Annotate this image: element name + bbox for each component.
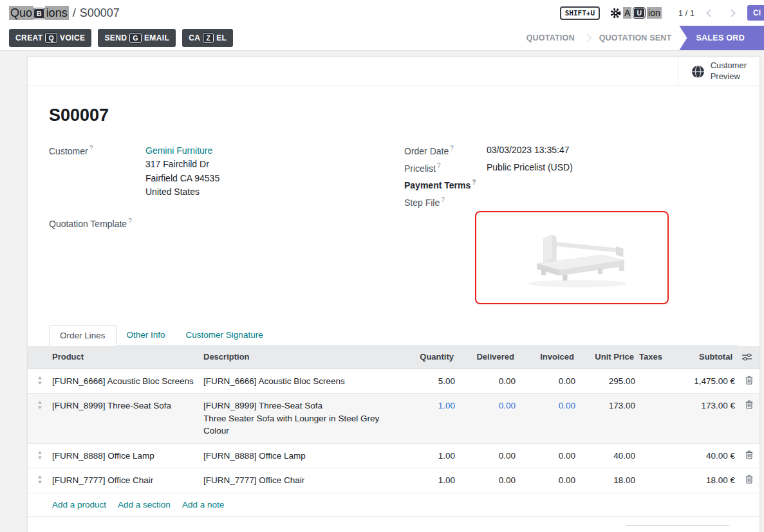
col-header-delivered[interactable]: Delivered	[459, 351, 519, 363]
payment-terms-field[interactable]: Payment Terms?	[404, 179, 738, 190]
col-header-subtotal[interactable]: Subtotal	[670, 351, 738, 363]
form-fields: Customer? Gemini Furniture 317 Fairchild…	[49, 145, 738, 304]
cell-taxes[interactable]	[639, 468, 670, 480]
add-product-link[interactable]: Add a product	[52, 500, 106, 509]
add-section-link[interactable]: Add a section	[118, 500, 171, 509]
order-date-value[interactable]: 03/03/2023 13:35:47	[487, 145, 569, 156]
cell-quantity[interactable]: 1.00	[400, 468, 459, 493]
cell-quantity[interactable]: 5.00	[400, 369, 459, 394]
top-right-controls: SHIFT+U A U ion 1 / 1 Cl	[560, 5, 754, 21]
cell-delivered[interactable]: 0.00	[459, 444, 519, 468]
col-header-product[interactable]: Product	[52, 351, 203, 363]
breadcrumb-quotations-link[interactable]: QuoBions	[9, 6, 69, 20]
cell-description[interactable]: [FURN_8888] Office Lamp	[203, 444, 400, 468]
customer-preview-button[interactable]: Customer Preview	[678, 57, 759, 86]
cell-invoiced[interactable]: 0.00	[519, 444, 579, 468]
page-title: S00007	[49, 105, 738, 125]
help-marker: ?	[437, 162, 441, 169]
breadcrumb-separator: /	[73, 6, 76, 20]
tab-order-lines[interactable]: Order Lines	[49, 325, 116, 346]
sheet-header-strip: Customer Preview	[28, 57, 759, 86]
cell-delivered[interactable]: 0.00	[459, 369, 519, 394]
table-row[interactable]: [FURN_8888] Office Lamp [FURN_8888] Offi…	[28, 444, 759, 469]
description-line2: Three Seater Sofa with Lounger in Steel …	[203, 414, 379, 436]
cell-unit-price[interactable]: 40.00	[579, 444, 639, 468]
cell-subtotal[interactable]: 1,475.00 €	[670, 369, 738, 394]
step-file-label: Step File?	[404, 196, 487, 208]
cell-delivered[interactable]: 0.00	[459, 468, 519, 493]
cell-product[interactable]: [FURN_8888] Office Lamp	[52, 444, 203, 468]
table-row[interactable]: [FURN_8999] Three-Seat Sofa [FURN_8999] …	[28, 394, 759, 444]
gear-icon	[610, 8, 621, 19]
statusbar-stage-quotation[interactable]: QUOTATION	[519, 26, 582, 50]
statusbar-stage-quotation-sent[interactable]: QUOTATION SENT	[592, 26, 680, 50]
statusbar-stage-sales-order-active[interactable]: SALES ORD	[679, 26, 764, 50]
cell-unit-price[interactable]: 173.00	[579, 394, 639, 418]
cell-subtotal[interactable]: 40.00 €	[670, 444, 738, 468]
cancel-button[interactable]: CAZEL	[182, 29, 233, 47]
cell-invoiced[interactable]: 0.00	[519, 468, 579, 493]
cell-taxes[interactable]	[639, 369, 670, 381]
form-column-left: Customer? Gemini Furniture 317 Fairchild…	[49, 145, 404, 304]
cell-invoiced[interactable]: 0.00	[519, 369, 579, 394]
payment-terms-label: Payment Terms?	[404, 179, 487, 190]
add-note-link[interactable]: Add a note	[182, 500, 224, 509]
cell-subtotal[interactable]: 173.00 €	[670, 394, 738, 418]
action-menu-button[interactable]: A U ion	[610, 7, 662, 19]
pricelist-value[interactable]: Public Pricelist (USD)	[487, 162, 573, 174]
col-header-unit-price[interactable]: Unit Price	[579, 351, 639, 363]
order-date-field: Order Date? 03/03/2023 13:35:47	[404, 145, 738, 156]
tab-other-info[interactable]: Other Info	[116, 325, 176, 345]
cell-product[interactable]: [FURN_8999] Three-Seat Sofa	[52, 394, 203, 418]
create-invoice-button[interactable]: CREATQVOICE	[9, 29, 91, 47]
delete-icon[interactable]	[738, 444, 761, 459]
delete-icon[interactable]	[738, 369, 761, 385]
pager-counter: 1 / 1	[678, 8, 694, 18]
cell-description[interactable]: [FURN_6666] Acoustic Bloc Screens	[203, 369, 400, 394]
step-file-image[interactable]	[475, 211, 669, 304]
cell-quantity[interactable]: 1.00	[400, 444, 459, 468]
customer-field: Customer? Gemini Furniture 317 Fairchild…	[49, 145, 404, 199]
delete-icon[interactable]	[738, 394, 761, 409]
cell-taxes[interactable]	[639, 394, 670, 405]
send-email-button[interactable]: SENDGEMAIL	[98, 29, 176, 47]
cell-invoiced[interactable]: 0.00	[519, 394, 579, 418]
statusbar: QUOTATION QUOTATION SENT SALES ORD	[519, 26, 764, 50]
drag-handle-icon[interactable]	[28, 394, 52, 409]
pager-previous-icon[interactable]	[705, 5, 716, 21]
quotation-template-field[interactable]: Quotation Template?	[49, 217, 404, 229]
table-header-row: Product Description Quantity Delivered I…	[28, 346, 759, 369]
globe-icon	[691, 65, 705, 78]
cell-taxes[interactable]	[639, 444, 670, 455]
drag-handle-icon[interactable]	[28, 369, 52, 385]
col-header-taxes[interactable]: Taxes	[639, 351, 670, 363]
create-invoice-label-post: VOICE	[60, 33, 85, 42]
cell-product[interactable]: [FURN_6666] Acoustic Bloc Screens	[52, 369, 203, 394]
customer-field-label: Customer?	[49, 145, 145, 199]
cell-delivered[interactable]: 0.00	[459, 394, 519, 418]
tab-customer-signature[interactable]: Customer Signature	[176, 325, 274, 345]
cell-unit-price[interactable]: 18.00	[579, 468, 639, 493]
col-header-invoiced[interactable]: Invoiced	[519, 351, 579, 363]
drag-handle-icon[interactable]	[28, 468, 52, 484]
col-header-quantity[interactable]: Quantity	[400, 351, 459, 363]
cell-unit-price[interactable]: 295.00	[579, 369, 639, 394]
customer-link[interactable]: Gemini Furniture	[145, 145, 212, 156]
cell-description[interactable]: [FURN_7777] Office Chair	[203, 468, 400, 493]
terms-and-conditions-input[interactable]: Terms and conditions...	[49, 525, 142, 532]
cell-description[interactable]: [FURN_8999] Three-Seat Sofa Three Seater…	[203, 394, 400, 443]
cutoff-hint-badge[interactable]: Cl	[747, 5, 764, 21]
drag-handle-icon[interactable]	[28, 444, 52, 459]
action-menu-label-post: ion	[647, 7, 662, 19]
description-line1: [FURN_8999] Three-Seat Sofa	[203, 401, 322, 410]
cell-product[interactable]: [FURN_7777] Office Chair	[52, 468, 203, 493]
table-row[interactable]: [FURN_7777] Office Chair [FURN_7777] Off…	[28, 468, 759, 493]
pager-next-icon[interactable]	[726, 5, 737, 21]
col-header-description[interactable]: Description	[203, 351, 400, 363]
table-row[interactable]: [FURN_6666] Acoustic Bloc Screens [FURN_…	[28, 369, 759, 394]
cell-quantity[interactable]: 1.00	[400, 394, 459, 418]
cell-subtotal[interactable]: 18.00 €	[670, 468, 738, 493]
delete-icon[interactable]	[738, 468, 761, 484]
optional-columns-icon[interactable]	[738, 353, 761, 361]
sheet-footer: Terms and conditions... Total: 1,706.00 …	[49, 525, 738, 532]
